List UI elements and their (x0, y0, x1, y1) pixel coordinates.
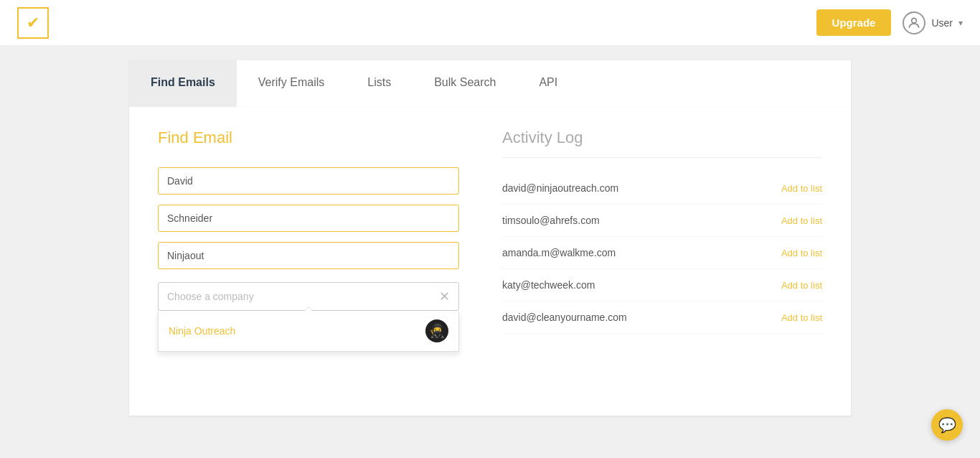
upgrade-button[interactable]: Upgrade (816, 9, 892, 36)
activity-email-2: timsoulo@ahrefs.com (502, 215, 600, 226)
activity-row-4: katy@techweek.com Add to list (502, 269, 822, 302)
chat-icon: 💬 (938, 416, 956, 434)
activity-row-2: timsoulo@ahrefs.com Add to list (502, 205, 822, 237)
company-placeholder: Choose a company (167, 291, 439, 302)
activity-email-4: katy@techweek.com (502, 279, 595, 291)
first-name-input[interactable] (158, 167, 459, 195)
dropdown-close-icon[interactable]: ✕ (439, 290, 450, 303)
nav-tabs: Find Emails Verify Emails Lists Bulk Sea… (129, 60, 851, 107)
add-to-list-btn-4[interactable]: Add to list (781, 280, 822, 291)
activity-row-5: david@cleanyourname.com Add to list (502, 302, 822, 334)
activity-row-1: david@ninjaoutreach.com Add to list (502, 172, 822, 205)
company-result-item[interactable]: Ninja Outreach 🥷 (159, 311, 458, 351)
activity-email-1: david@ninjaoutreach.com (502, 182, 618, 194)
activity-log-title: Activity Log (502, 128, 822, 158)
header-right: Upgrade User ▾ (816, 9, 963, 36)
activity-panel: Activity Log david@ninjaoutreach.com Add… (502, 128, 822, 334)
ninja-avatar-icon: 🥷 (425, 319, 448, 342)
find-email-panel: Find Email Choose a company ✕ Ninja Outr… (158, 128, 459, 334)
activity-row-3: amanda.m@walkme.com Add to list (502, 237, 822, 269)
tab-verify-emails[interactable]: Verify Emails (237, 60, 346, 107)
header: ✔ Upgrade User ▾ (0, 0, 980, 46)
activity-email-3: amanda.m@walkme.com (502, 247, 616, 258)
tab-lists[interactable]: Lists (346, 60, 413, 107)
company-result-label: Ninja Outreach (169, 325, 235, 337)
company-dropdown-menu: Ninja Outreach 🥷 (158, 311, 459, 352)
svg-point-0 (912, 18, 917, 23)
logo: ✔ (17, 7, 49, 39)
dropdown-arrow (304, 307, 313, 311)
tab-find-emails[interactable]: Find Emails (129, 60, 237, 107)
find-label: Find (158, 128, 193, 146)
chat-bubble-button[interactable]: 💬 (931, 409, 963, 441)
main-content: Find Email Choose a company ✕ Ninja Outr… (129, 107, 851, 416)
activity-email-5: david@cleanyourname.com (502, 312, 627, 323)
logo-checkmark-icon: ✔ (27, 14, 39, 32)
tab-api[interactable]: API (517, 60, 579, 107)
company-search-input[interactable] (158, 242, 459, 269)
add-to-list-btn-1[interactable]: Add to list (781, 183, 822, 194)
find-email-title: Find Email (158, 128, 459, 147)
add-to-list-btn-3[interactable]: Add to list (781, 248, 822, 258)
add-to-list-btn-2[interactable]: Add to list (781, 215, 822, 226)
add-to-list-btn-5[interactable]: Add to list (781, 312, 822, 323)
last-name-input[interactable] (158, 205, 459, 232)
user-area[interactable]: User ▾ (903, 11, 963, 34)
email-label: Email (193, 128, 232, 146)
chevron-down-icon: ▾ (958, 18, 963, 28)
tab-bulk-search[interactable]: Bulk Search (413, 60, 517, 107)
user-avatar-icon (903, 11, 925, 34)
two-col-layout: Find Email Choose a company ✕ Ninja Outr… (158, 128, 822, 334)
dropdown-arrow-inner (305, 307, 312, 311)
company-dropdown[interactable]: Choose a company ✕ Ninja Outreach 🥷 (158, 282, 459, 311)
user-name-label: User (931, 17, 953, 29)
